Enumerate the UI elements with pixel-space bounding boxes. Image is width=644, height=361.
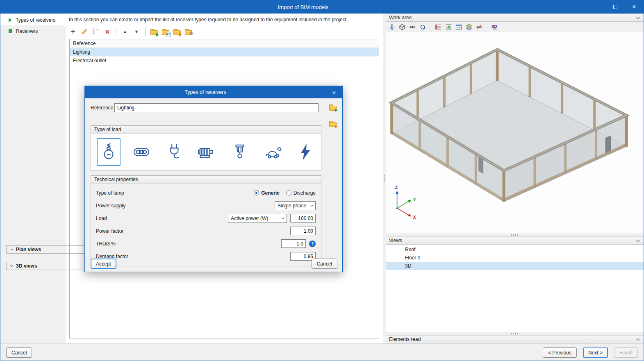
finish-button: Finish [614, 347, 638, 358]
table-row[interactable]: Lighting [70, 48, 379, 57]
load-type-motor[interactable] [195, 138, 219, 166]
work-area-panel: Work area [386, 14, 644, 343]
3d-icon: 3D [491, 24, 498, 30]
folder-import-icon [329, 106, 337, 111]
work-area-toolbar: 3D [386, 22, 644, 32]
isometric-view-button[interactable] [398, 23, 407, 32]
work-area-title: Work area [389, 15, 637, 20]
thd-label: THDi3 % [96, 241, 281, 247]
load-label: Load [96, 216, 228, 221]
gear-badge [189, 31, 193, 36]
dialog-close-button[interactable]: × [326, 89, 342, 96]
takeoff-table-button[interactable] [434, 23, 443, 32]
motor-icon [198, 143, 216, 161]
plug-icon [165, 143, 184, 161]
dialog-title: Types of receivers [85, 89, 326, 95]
load-type-ev-charger[interactable] [261, 138, 284, 166]
type-of-load-group: Type of load [91, 125, 321, 170]
table-row[interactable]: Electrical outlet [70, 57, 379, 65]
chevron-down-icon [10, 247, 13, 250]
hoist-icon [230, 143, 249, 161]
light-bulb-icon [99, 143, 118, 161]
accept-button[interactable]: Accept [91, 259, 116, 269]
toolbar-separator [145, 27, 146, 36]
dialog-export-button[interactable] [328, 118, 338, 129]
sidebar-item-receivers[interactable]: Receivers [0, 25, 66, 36]
reference-input[interactable] [114, 103, 319, 112]
help-button[interactable]: ? [309, 241, 316, 247]
work-area-header[interactable]: Work area [386, 14, 644, 22]
tree-item-floor-0[interactable]: Floor 0 [386, 254, 644, 262]
close-button[interactable]: × [625, 0, 644, 14]
model-viewport[interactable]: Z Y X [386, 32, 644, 233]
grid-button[interactable] [454, 23, 463, 32]
tree-item-roof[interactable]: Roof [386, 245, 644, 254]
move-down-button[interactable]: ▼ [132, 27, 141, 36]
maximize-button[interactable] [606, 0, 625, 14]
tree-item-3d[interactable]: 3D [386, 262, 644, 270]
thd-input[interactable] [281, 239, 306, 248]
radio-icon [286, 190, 291, 195]
elements-read-header[interactable]: Elements read [386, 335, 644, 343]
3d-view-mode-button[interactable]: 3D [490, 23, 499, 32]
axis-triad: Z Y X [395, 185, 416, 220]
type-of-load-title: Type of load [91, 126, 321, 134]
load-type-lighting[interactable] [97, 138, 121, 166]
figure-axes-icon [389, 24, 395, 30]
horizontal-splitter[interactable] [386, 332, 644, 335]
cube-icon [399, 24, 405, 30]
previous-button[interactable]: < Previous [543, 347, 577, 358]
dialog-cancel-button[interactable]: Cancel [312, 259, 337, 269]
load-value-input[interactable] [290, 214, 316, 223]
splitter-grip-icon [384, 174, 385, 183]
reference-axes-button[interactable] [387, 23, 396, 32]
library-import-button[interactable] [149, 27, 159, 36]
report-button[interactable] [444, 23, 453, 32]
reference-label: Reference [91, 105, 114, 111]
move-up-button[interactable]: ▲ [120, 27, 130, 36]
power-supply-select[interactable]: Single-phase [275, 201, 316, 210]
svg-text:3D: 3D [492, 25, 497, 29]
horizontal-splitter[interactable] [386, 233, 644, 236]
layers-button[interactable] [464, 23, 473, 32]
next-button[interactable]: Next > [583, 347, 608, 358]
folder-import-icon [150, 30, 158, 35]
wizard-footer: Cancel < Previous Next > Finish [0, 343, 644, 361]
library-config-button[interactable] [184, 27, 193, 36]
load-unit-select[interactable]: Active power (W) [228, 214, 287, 223]
load-type-plug[interactable] [162, 138, 186, 166]
dialog-import-button[interactable] [328, 102, 338, 112]
load-type-hoist[interactable] [228, 138, 252, 166]
views-header[interactable]: Views [386, 236, 644, 245]
folder-export-icon [173, 30, 181, 35]
copy-button[interactable] [91, 27, 101, 36]
chevron-down-icon [10, 264, 13, 267]
folder-export-icon [329, 122, 337, 127]
view-button[interactable] [408, 23, 417, 32]
generic-radio[interactable]: Generic [254, 190, 280, 196]
orbit-button[interactable] [418, 23, 427, 32]
power-supply-label: Power supply [96, 203, 275, 209]
orbit-icon [419, 24, 426, 30]
power-factor-input[interactable] [290, 227, 316, 235]
load-type-generic-electrical[interactable] [294, 138, 317, 166]
chevron-down-icon [636, 15, 640, 19]
power-supply-row: Power supply Single-phase [96, 199, 316, 212]
hide-elements-button[interactable] [475, 23, 484, 32]
radio-icon [254, 190, 259, 195]
section-info-text: In this section you can create or import… [68, 16, 379, 24]
sidebar-item-types-of-receivers[interactable]: Types of receivers [0, 14, 66, 25]
discharge-radio[interactable]: Discharge [286, 190, 316, 196]
axis-y-label: Y [413, 197, 416, 202]
sidebar-item-label: Receivers [16, 28, 38, 34]
edit-button[interactable] [80, 27, 89, 36]
delete-button[interactable]: × [102, 27, 112, 36]
green-arrow-badge [335, 109, 338, 112]
c-badge: C [166, 32, 171, 36]
cancel-button[interactable]: Cancel [6, 347, 32, 358]
add-button[interactable]: + [68, 27, 78, 36]
library-export-button[interactable] [172, 27, 182, 36]
library-copy-button[interactable]: C [161, 27, 171, 36]
views-title: Views [389, 238, 637, 243]
load-type-socket[interactable] [130, 138, 153, 166]
